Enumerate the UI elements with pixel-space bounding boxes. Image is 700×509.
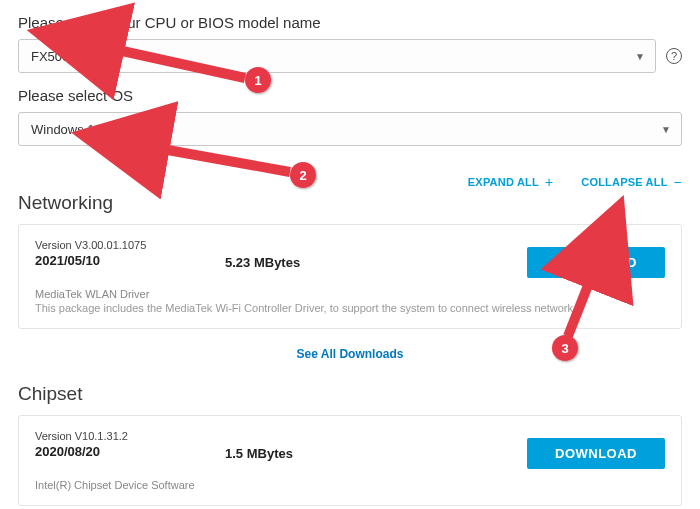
collapse-all-label: COLLAPSE ALL [581,176,667,188]
size-label: 1.5 MBytes [225,446,507,461]
driver-name: MediaTek WLAN Driver [35,288,665,300]
collapse-all-button[interactable]: COLLAPSE ALL − [581,176,682,188]
expand-all-button[interactable]: EXPAND ALL + [468,176,553,188]
os-value: Windows 10 64-bit [31,122,138,137]
driver-card-networking: Version V3.00.01.1075 2021/05/10 5.23 MB… [18,224,682,329]
help-icon[interactable]: ? [666,48,682,64]
section-title-chipset: Chipset [18,383,682,405]
os-select[interactable]: Windows 10 64-bit ▼ [18,112,682,146]
section-title-networking: Networking [18,192,682,214]
chevron-down-icon: ▼ [635,51,645,62]
chevron-down-icon: ▼ [661,124,671,135]
cpu-bios-label: Please select your CPU or BIOS model nam… [18,14,682,31]
cpu-bios-value: FX506LH [31,49,86,64]
driver-name: Intel(R) Chipset Device Software [35,479,665,491]
driver-description: This package includes the MediaTek Wi-Fi… [35,302,665,314]
version-label: Version V10.1.31.2 [35,430,205,442]
date-label: 2021/05/10 [35,253,205,268]
size-label: 5.23 MBytes [225,255,507,270]
download-button[interactable]: DOWNLOAD [527,247,665,278]
version-label: Version V3.00.01.1075 [35,239,205,251]
driver-card-chipset: Version V10.1.31.2 2020/08/20 1.5 MBytes… [18,415,682,506]
expand-all-label: EXPAND ALL [468,176,539,188]
os-label: Please select OS [18,87,682,104]
annotation-badge-1: 1 [254,73,261,88]
cpu-bios-select[interactable]: FX506LH ▼ [18,39,656,73]
svg-line-2 [140,145,290,172]
date-label: 2020/08/20 [35,444,205,459]
see-all-downloads-link[interactable]: See All Downloads [18,347,682,361]
download-button[interactable]: DOWNLOAD [527,438,665,469]
